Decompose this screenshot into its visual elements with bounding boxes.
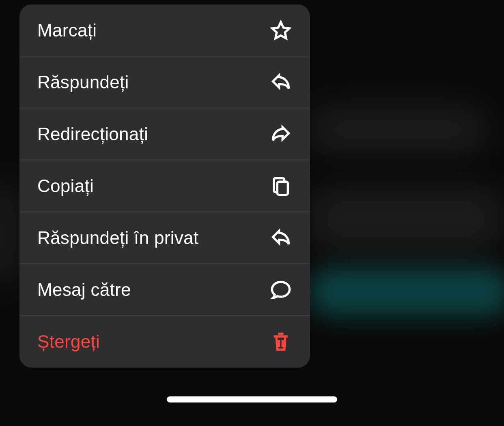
menu-item-label: Marcați xyxy=(37,20,97,41)
trash-icon xyxy=(269,330,292,353)
home-indicator[interactable] xyxy=(167,396,337,402)
menu-item-reply-private[interactable]: Răspundeți în privat xyxy=(19,212,310,264)
star-icon xyxy=(269,19,292,42)
context-menu: Marcați Răspundeți Redirecționați Copiaț… xyxy=(19,4,310,368)
svg-rect-0 xyxy=(277,182,288,195)
menu-item-label: Răspundeți în privat xyxy=(37,228,198,248)
menu-item-reply[interactable]: Răspundeți xyxy=(19,56,310,108)
menu-item-star[interactable]: Marcați xyxy=(19,4,310,56)
menu-item-label: Redirecționați xyxy=(37,124,148,144)
chat-icon xyxy=(269,278,292,301)
menu-item-label: Răspundeți xyxy=(37,72,129,92)
blur-shape xyxy=(0,182,20,284)
menu-item-label: Mesaj către xyxy=(37,280,131,300)
menu-item-message-to[interactable]: Mesaj către xyxy=(19,264,310,316)
blur-shape xyxy=(308,268,504,316)
blur-shape xyxy=(308,186,503,251)
menu-item-forward[interactable]: Redirecționați xyxy=(19,108,310,160)
menu-item-label: Ștergeți xyxy=(37,332,100,352)
menu-item-delete[interactable]: Ștergeți xyxy=(19,316,310,368)
menu-item-label: Copiați xyxy=(37,176,94,196)
blur-shape xyxy=(308,105,487,154)
copy-icon xyxy=(269,175,292,197)
reply-icon xyxy=(269,227,292,249)
menu-item-copy[interactable]: Copiați xyxy=(19,160,310,212)
reply-icon xyxy=(269,71,292,94)
forward-icon xyxy=(269,123,292,146)
